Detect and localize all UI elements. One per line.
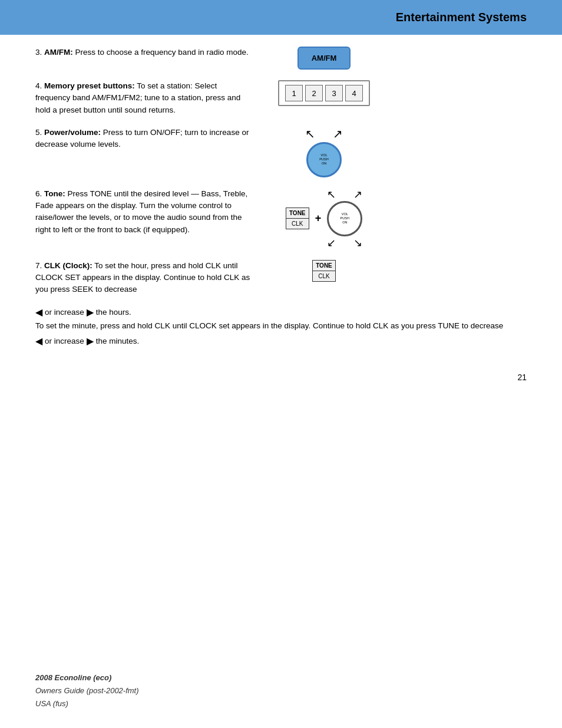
vol-arrow-right: ↗ [333,127,343,141]
amfm-description: Press to choose a frequency band in radi… [75,48,249,57]
amfm-label: AM/FM: [44,48,73,57]
plus-sign: + [315,212,322,225]
clk-diagram: TONE CLK [253,260,383,282]
preset-button-1[interactable]: 1 [285,85,303,101]
footer: 2008 Econoline (eco) Owners Guide (post-… [35,671,139,710]
page-title: Entertainment Systems [35,11,527,24]
preset-button-2[interactable]: 2 [305,85,323,101]
section-tone: 6. Tone: Press TONE until the desired le… [35,188,527,249]
main-content: 3. AM/FM: Press to choose a frequency ba… [0,35,562,361]
section-memory: 4. Memory preset buttons: To set a stati… [35,80,527,116]
tone-arrow-right: ↗ [353,188,362,201]
section-amfm: 3. AM/FM: Press to choose a frequency ba… [35,47,527,70]
tone-text: 6. Tone: Press TONE until the desired le… [35,188,253,236]
tone-vol-arrows-top: ↖ ↗ [327,188,362,201]
tone-vol-arrows-bottom: ↙ ↘ [327,236,362,249]
full-text-2: To set the minute, press and hold CLK un… [35,320,527,332]
amfm-text: 3. AM/FM: Press to choose a frequency ba… [35,47,253,58]
tone-button-label[interactable]: TONE [286,208,309,219]
clk-text: 7. CLK (Clock): To set the hour, press a… [35,260,253,296]
or-increase-text-1: or increase [45,308,84,317]
header-bar: Entertainment Systems [0,0,562,35]
power-text: 5. Power/volume: Press to turn ON/OFF; t… [35,127,253,151]
memory-text: 4. Memory preset buttons: To set a stati… [35,80,253,116]
preset-diagram: 1 2 3 4 [253,80,383,106]
preset-button-4[interactable]: 4 [345,85,363,101]
tune-decrease-arrow: ◀ [35,335,42,347]
section-power: 5. Power/volume: Press to turn ON/OFF; t… [35,127,527,177]
vol-knob-label: VOLPUSHON [319,153,328,166]
footer-line2: Owners Guide (post-2002-fmt) [35,684,139,697]
section-clk: 7. CLK (Clock): To set the hour, press a… [35,260,527,296]
tone-label: Tone: [44,189,65,198]
seek-decrease-arrow: ◀ [35,307,42,318]
amfm-diagram: AM/FM [253,47,383,70]
amfm-button[interactable]: AM/FM [297,47,351,70]
tone-vol-knob-container: ↖ ↗ VOLPUSHON ↙ ↘ [327,188,362,249]
vol-diagram: ↖ ↗ VOLPUSHON [253,127,383,177]
the-hours-text: the hours. [96,308,131,317]
inline-arrow-row-2: ◀ or increase ▶ the minutes. [35,335,527,347]
vol-knob-container: ↖ ↗ VOLPUSHON [305,127,343,177]
the-minutes-text: the minutes. [96,337,140,345]
memory-label: Memory preset buttons: [44,81,135,90]
tone-clk-box: TONE CLK [286,207,309,229]
clk-label-bold: CLK (Clock): [44,261,92,270]
clk-clk-label[interactable]: CLK [313,271,335,281]
tone-vol-knob[interactable]: VOLPUSHON [327,201,362,236]
vol-knob-arrows: ↖ ↗ [305,127,343,141]
preset-button-3[interactable]: 3 [325,85,343,101]
tone-row: TONE CLK + ↖ ↗ VOLPUSHON ↙ [286,188,363,249]
seek-increase-arrow: ▶ [87,307,94,318]
vol-knob[interactable]: VOLPUSHON [306,142,342,177]
clk-button-label[interactable]: CLK [286,219,309,229]
footer-line1: 2008 Econoline (eco) [35,671,139,684]
preset-buttons-group: 1 2 3 4 [278,80,370,106]
clk-tone-label[interactable]: TONE [313,261,335,271]
tone-arrow-left: ↖ [327,188,336,201]
tone-description: Press TONE until the desired level — Bas… [35,189,247,234]
footer-line3: USA (fus) [35,697,139,710]
tone-arrow-bottom-left: ↙ [327,236,336,249]
page-container: { "header": { "title": "Entertainment Sy… [0,0,562,728]
inline-arrow-row-1: ◀ or increase ▶ the hours. [35,307,527,318]
vol-arrow-left: ↖ [305,127,315,141]
page-number: 21 [0,367,562,388]
power-label: Power/volume: [44,128,101,137]
tone-diagram: TONE CLK + ↖ ↗ VOLPUSHON ↙ [253,188,383,249]
clk-tone-box: TONE CLK [312,260,336,282]
or-increase-text-2: or increase [45,337,84,345]
tone-vol-knob-label: VOLPUSHON [340,212,349,225]
page-number-text: 21 [517,373,527,382]
tune-increase-arrow: ▶ [87,335,94,347]
tone-arrow-bottom-right: ↘ [353,236,362,249]
